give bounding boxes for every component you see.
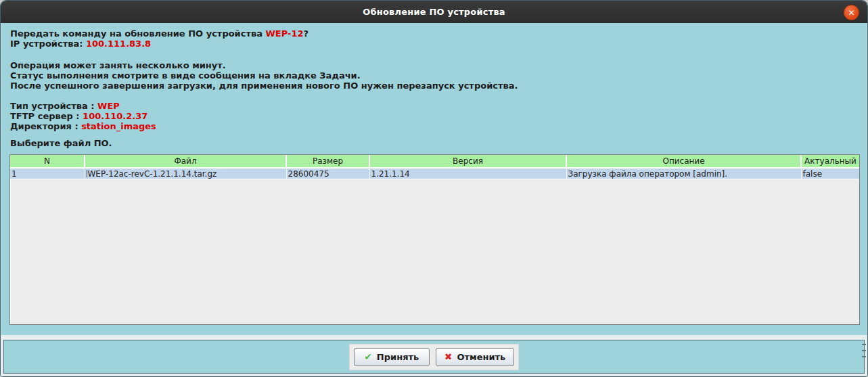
param-device-type: Тип устройства : WEP bbox=[10, 101, 858, 111]
device-name: WEP-12 bbox=[266, 28, 304, 39]
firmware-file-table: N Файл Размер Версия Описание Актуальный… bbox=[9, 154, 860, 325]
select-file-prompt: Выберите файл ПО. bbox=[10, 138, 858, 148]
column-header-n[interactable]: N bbox=[10, 155, 85, 168]
cell-n[interactable]: 1 bbox=[10, 168, 85, 179]
button-group: ✔ Принять ✖ Отменить bbox=[349, 344, 520, 370]
cross-icon: ✖ bbox=[444, 351, 453, 362]
note-line: Статус выполнения смотрите в виде сообще… bbox=[10, 70, 858, 81]
text-cursor bbox=[87, 170, 87, 177]
table-header-row: N Файл Размер Версия Описание Актуальный bbox=[10, 155, 859, 168]
accept-button-label: Принять bbox=[377, 352, 419, 362]
column-header-version[interactable]: Версия bbox=[369, 155, 566, 168]
dialog-message: Передать команду на обновление ПО устрой… bbox=[1, 23, 867, 148]
resize-grip[interactable] bbox=[862, 344, 866, 357]
note-line: После успешного завершения загрузки, для… bbox=[10, 81, 858, 91]
param-directory: Директория : station_images bbox=[10, 121, 858, 131]
column-header-file[interactable]: Файл bbox=[85, 155, 286, 168]
titlebar[interactable]: Обновление ПО устройства ✕ bbox=[1, 1, 867, 23]
cell-actual[interactable]: false bbox=[801, 168, 859, 179]
question-line: Передать команду на обновление ПО устрой… bbox=[10, 28, 858, 39]
cell-description[interactable]: Загрузка файла оператором [admin]. bbox=[566, 168, 801, 179]
table-empty-area bbox=[10, 179, 859, 324]
param-tftp-server: TFTP сервер : 100.110.2.37 bbox=[10, 111, 858, 121]
ip-line: IP устройства: 100.111.83.8 bbox=[10, 39, 858, 49]
cell-size[interactable]: 28600475 bbox=[286, 168, 369, 179]
cell-file[interactable]: WEP-12ac-revC-1.21.1.14.tar.gz bbox=[85, 168, 286, 179]
close-icon: ✕ bbox=[848, 9, 854, 17]
note-line: Операция может занять несколько минут. bbox=[10, 60, 858, 70]
accept-button[interactable]: ✔ Принять bbox=[354, 348, 430, 366]
cell-version[interactable]: 1.21.1.14 bbox=[369, 168, 566, 179]
column-header-actual[interactable]: Актуальный bbox=[801, 155, 859, 168]
close-button[interactable]: ✕ bbox=[844, 5, 859, 20]
cancel-button-label: Отменить bbox=[457, 352, 505, 362]
column-header-description[interactable]: Описание bbox=[566, 155, 801, 168]
ip-value: 100.111.83.8 bbox=[86, 39, 151, 49]
update-firmware-dialog: Обновление ПО устройства ✕ Передать кома… bbox=[0, 0, 868, 377]
table-row-selected[interactable]: 1 WEP-12ac-revC-1.21.1.14.tar.gz 2860047… bbox=[10, 168, 859, 179]
cancel-button[interactable]: ✖ Отменить bbox=[436, 348, 515, 366]
column-header-size[interactable]: Размер bbox=[286, 155, 369, 168]
footer-panel: ✔ Принять ✖ Отменить bbox=[3, 340, 865, 374]
dialog-title: Обновление ПО устройства bbox=[363, 7, 505, 17]
check-icon: ✔ bbox=[364, 351, 372, 362]
